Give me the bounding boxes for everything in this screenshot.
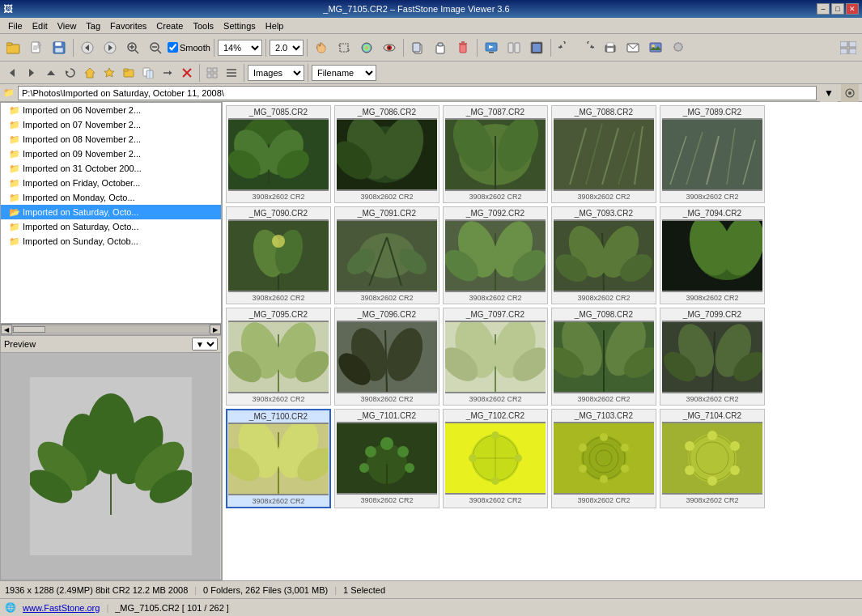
- thumb-item-7092[interactable]: _MG_7092.CR2 3908x2602 CR2: [443, 206, 548, 304]
- hscroll-left-btn[interactable]: ◀: [1, 325, 12, 334]
- menu-edit[interactable]: Edit: [28, 19, 53, 32]
- tree-item[interactable]: 📁 Imported on 09 November 2...: [1, 147, 221, 161]
- smooth-checkbox[interactable]: [168, 42, 178, 53]
- tree-item[interactable]: 📁 Imported on 07 November 2...: [1, 117, 221, 132]
- thumb-item-7094[interactable]: _MG_7094.CR2 3908x2602 CR2: [660, 206, 765, 304]
- prev-button[interactable]: [77, 37, 98, 58]
- open-folder-button[interactable]: [3, 37, 24, 58]
- thumb-item-7104[interactable]: _MG_7104.CR2 3908x2602 CR2: [660, 409, 765, 508]
- zoom-out-button[interactable]: [145, 37, 166, 58]
- favorite-star-button[interactable]: [100, 64, 118, 82]
- thumb-item-7087[interactable]: _MG_7087.CR2 3908x2602 CR2: [443, 105, 548, 203]
- tree-item-label-selected: Imported on Saturday, Octo...: [23, 207, 138, 217]
- thumb-item-7090[interactable]: _MG_7090.CR2 3908x2602 CR2: [226, 206, 331, 304]
- addressbar-dropdown-button[interactable]: ▼: [820, 84, 838, 102]
- print-button[interactable]: [600, 37, 621, 58]
- thumb-item-7103[interactable]: _MG_7103.CR2 3908x2602 CR2: [551, 409, 656, 508]
- thumb-item-7091[interactable]: _MG_7091.CR2 3908x2602 CR2: [334, 206, 439, 304]
- nav-forward-button[interactable]: [23, 64, 40, 82]
- thumb-item-7093[interactable]: _MG_7093.CR2 3908x2602 CR2: [551, 206, 656, 304]
- hscroll-thumb[interactable]: [13, 326, 45, 333]
- thumb-item-7095[interactable]: _MG_7095.CR2 3908x2602 CR2: [226, 308, 331, 406]
- menu-tools[interactable]: Tools: [188, 19, 219, 32]
- tree-item[interactable]: 📁 Imported on Friday, October...: [1, 176, 221, 190]
- view-toggle-button[interactable]: [838, 37, 859, 58]
- paste-button[interactable]: [430, 37, 451, 58]
- sort-mode-select[interactable]: FilenameDateSize: [312, 65, 376, 81]
- tree-item[interactable]: 📁 Imported on Monday, Octo...: [1, 190, 221, 205]
- menu-help[interactable]: Help: [261, 19, 289, 32]
- thumb-item-7089[interactable]: _MG_7089.CR2 3908x2602 CR2: [660, 105, 765, 203]
- menu-tag[interactable]: Tag: [81, 19, 105, 32]
- hscroll-right-btn[interactable]: ▶: [210, 325, 221, 334]
- email-button[interactable]: [622, 37, 643, 58]
- thumb-item-7088[interactable]: _MG_7088.CR2 3908x2602 CR2: [551, 105, 656, 203]
- next-button[interactable]: [100, 37, 121, 58]
- tree-item[interactable]: 📁 Imported on 06 November 2...: [1, 103, 221, 117]
- svg-rect-32: [460, 45, 466, 53]
- menu-create[interactable]: Create: [151, 19, 188, 32]
- view-mode-select[interactable]: ImagesAll Files: [248, 65, 304, 81]
- hscroll-track[interactable]: [12, 325, 210, 333]
- preview-options-select[interactable]: ▼: [192, 338, 218, 350]
- thumb-item-7098[interactable]: _MG_7098.CR2 3908x2602 CR2: [551, 308, 656, 406]
- menu-favorites[interactable]: Favorites: [105, 19, 151, 32]
- grid-view-button[interactable]: [203, 64, 221, 82]
- toolbar2-sep-2: [244, 64, 244, 82]
- tree-item-selected[interactable]: 📂 Imported on Saturday, Octo...: [1, 205, 221, 219]
- thumb-item-7086[interactable]: _MG_7086.CR2 3908x2602 CR2: [334, 105, 439, 203]
- tree-item[interactable]: 📁 Imported on Saturday, Octo...: [1, 219, 221, 234]
- copy-to-button[interactable]: [139, 64, 157, 82]
- tree-horizontal-scrollbar[interactable]: ◀ ▶: [0, 324, 222, 335]
- addressbar-go-button[interactable]: [841, 84, 859, 102]
- delete-button[interactable]: [452, 37, 473, 58]
- tree-item-label: Imported on Monday, Octo...: [23, 193, 135, 202]
- move-to-button[interactable]: [159, 64, 176, 82]
- thumb-item-7099[interactable]: _MG_7099.CR2 3908x2602 CR2: [660, 308, 765, 406]
- save-button[interactable]: [49, 37, 70, 58]
- tree-item-label: Imported on Saturday, Octo...: [23, 222, 138, 232]
- minimize-button[interactable]: –: [817, 3, 830, 15]
- folder-tree[interactable]: 📁 Imported on 06 November 2... 📁 Importe…: [0, 102, 222, 324]
- menu-file[interactable]: File: [3, 19, 28, 32]
- red-eye-button[interactable]: [379, 37, 400, 58]
- thumb-item-7100-selected[interactable]: _MG_7100.CR2 3908x2602 CR2: [226, 409, 331, 508]
- settings-button[interactable]: [668, 37, 689, 58]
- tree-item[interactable]: 📁 Imported on 08 November 2...: [1, 132, 221, 147]
- rotate-right-button[interactable]: [577, 37, 598, 58]
- refresh-button[interactable]: [62, 64, 79, 82]
- hand-tool-button[interactable]: [311, 37, 332, 58]
- thumb-item-7097[interactable]: _MG_7097.CR2 3908x2602 CR2: [443, 308, 548, 406]
- zoom-percent-select[interactable]: 14%25%50%100%: [218, 40, 262, 56]
- folder-open-button[interactable]: [120, 64, 138, 82]
- nav-up-button[interactable]: [42, 64, 60, 82]
- fullscreen-button[interactable]: [526, 37, 547, 58]
- nav-back-button[interactable]: [3, 64, 21, 82]
- thumb-item-7085[interactable]: _MG_7085.CR2 3908x2602 CR2: [226, 105, 331, 203]
- svg-rect-52: [849, 41, 856, 47]
- open-file-button[interactable]: [26, 37, 47, 58]
- tree-item[interactable]: 📁 Imported on Sunday, Octob...: [1, 234, 221, 249]
- copy-button[interactable]: [407, 37, 428, 58]
- list-view-button[interactable]: [223, 64, 240, 82]
- wallpaper-button[interactable]: [645, 37, 666, 58]
- website-link[interactable]: www.FastStone.org: [23, 603, 100, 613]
- maximize-button[interactable]: □: [831, 3, 844, 15]
- zoom-in-button[interactable]: [122, 37, 143, 58]
- menu-view[interactable]: View: [53, 19, 82, 32]
- close-button[interactable]: ✕: [846, 3, 859, 15]
- home-button[interactable]: [81, 64, 99, 82]
- color-button[interactable]: [356, 37, 377, 58]
- delete-file-button[interactable]: [178, 64, 196, 82]
- thumb-item-7101[interactable]: _MG_7101.CR2 3908x2602 CR2: [334, 409, 439, 508]
- compare-button[interactable]: [503, 37, 524, 58]
- menu-settings[interactable]: Settings: [219, 19, 261, 32]
- slideshow-button[interactable]: [481, 37, 502, 58]
- crop-button[interactable]: [333, 37, 355, 58]
- rotate-left-button[interactable]: [554, 37, 575, 58]
- zoom-factor-select[interactable]: 2.01.53.0: [270, 40, 304, 56]
- tree-item[interactable]: 📁 Imported on 31 October 200...: [1, 161, 221, 176]
- thumbnail-panel[interactable]: _MG_7085.CR2 3908x2602 CR2 _MG_7086.CR2 …: [223, 102, 862, 580]
- thumb-item-7096[interactable]: _MG_7096.CR2 3908x2602 CR2: [334, 308, 439, 406]
- thumb-item-7102[interactable]: _MG_7102.CR2 3908x2602 CR2: [443, 409, 548, 508]
